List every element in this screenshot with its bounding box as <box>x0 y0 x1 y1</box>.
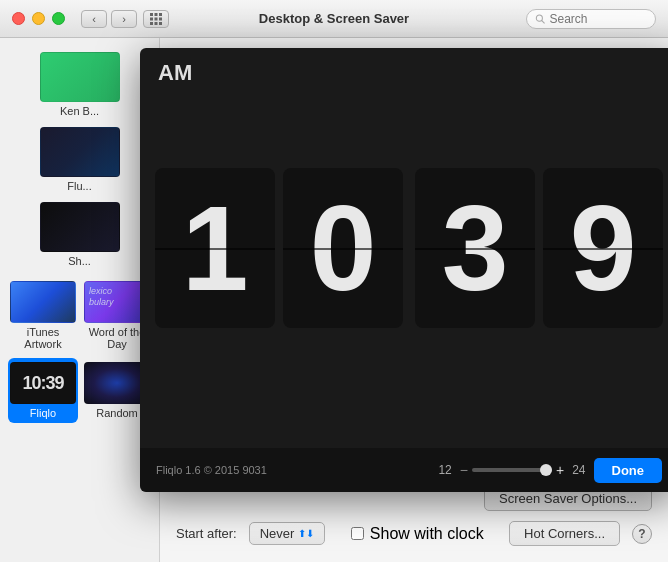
show-clock-checkbox[interactable] <box>351 527 364 540</box>
svg-rect-6 <box>150 22 153 25</box>
clock-display: AM 1 0 3 <box>140 48 668 448</box>
svg-rect-3 <box>150 17 153 20</box>
show-clock-row: Show with clock <box>337 525 497 543</box>
fliqlo-controls: 12 − + 24 Done <box>438 458 662 483</box>
search-icon <box>535 13 545 25</box>
svg-rect-2 <box>159 13 162 16</box>
fliqlo-label: Fliqlo <box>30 407 56 419</box>
traffic-lights <box>12 12 65 25</box>
svg-rect-4 <box>155 17 158 20</box>
select-arrow-icon: ⬆︎⬇︎ <box>298 528 314 539</box>
size-slider-thumb <box>540 464 552 476</box>
am-pm-label: AM <box>158 60 192 86</box>
done-button[interactable]: Done <box>594 458 663 483</box>
window-title: Desktop & Screen Saver <box>259 11 409 26</box>
fliqlo-overlay: AM 1 0 3 <box>80 38 668 492</box>
close-button[interactable] <box>12 12 25 25</box>
hour-tens-digit: 1 <box>182 188 249 308</box>
search-input[interactable] <box>549 12 647 26</box>
never-value: Never <box>260 526 295 541</box>
minute-tens: 3 <box>415 168 535 328</box>
svg-rect-5 <box>159 17 162 20</box>
minutes-group: 3 9 <box>415 168 663 328</box>
itunes-thumb <box>10 281 76 323</box>
size-slider-wrap: − + <box>460 462 564 478</box>
hour-ones-digit: 0 <box>310 188 377 308</box>
svg-rect-1 <box>155 13 158 16</box>
forward-button[interactable]: › <box>111 10 137 28</box>
minute-ones-digit: 9 <box>570 188 637 308</box>
svg-line-10 <box>542 20 545 23</box>
start-after-label: Start after: <box>176 526 237 541</box>
size-min: 12 <box>438 463 451 477</box>
nav-buttons: ‹ › <box>81 10 137 28</box>
hour-tens: 1 <box>155 168 275 328</box>
size-max: 24 <box>572 463 585 477</box>
size-slider[interactable] <box>472 468 552 472</box>
search-bar[interactable] <box>526 9 656 29</box>
zoom-button[interactable] <box>52 12 65 25</box>
svg-rect-7 <box>155 22 158 25</box>
fliqlo-window: AM 1 0 3 <box>140 48 668 492</box>
fliqlo-thumb: 10:39 <box>10 362 76 404</box>
footer-row: Start after: Never ⬆︎⬇︎ Show with clock … <box>176 521 652 546</box>
back-button[interactable]: ‹ <box>81 10 107 28</box>
svg-rect-8 <box>159 22 162 25</box>
fliqlo-copyright: Fliqlo 1.6 © 2015 9031 <box>156 464 267 476</box>
minimize-button[interactable] <box>32 12 45 25</box>
help-button[interactable]: ? <box>632 524 652 544</box>
sidebar-item-fliqlo[interactable]: 10:39 Fliqlo <box>8 358 78 423</box>
grid-button[interactable] <box>143 10 169 28</box>
titlebar: ‹ › Desktop & Screen Saver <box>0 0 668 38</box>
svg-point-9 <box>536 15 542 21</box>
hot-corners-button[interactable]: Hot Corners... <box>509 521 620 546</box>
preview-area: AM 1 0 3 <box>176 54 652 474</box>
sidebar-item-itunes[interactable]: iTunes Artwork <box>8 277 78 354</box>
start-after-select[interactable]: Never ⬆︎⬇︎ <box>249 522 326 545</box>
minute-tens-digit: 3 <box>442 188 509 308</box>
hours-group: 1 0 <box>155 168 403 328</box>
svg-rect-0 <box>150 13 153 16</box>
right-panel: APPNEE.COM AM 1 0 <box>160 38 668 562</box>
main-content: Ken B... Flu... Sh... iTunes Artwork lex… <box>0 38 668 562</box>
show-clock-label: Show with clock <box>370 525 484 543</box>
size-minus[interactable]: − <box>460 462 468 478</box>
itunes-label: iTunes Artwork <box>10 326 76 350</box>
fliqlo-bottom: Fliqlo 1.6 © 2015 9031 12 − + 24 <box>140 448 668 492</box>
hour-ones: 0 <box>283 168 403 328</box>
minute-ones: 9 <box>543 168 663 328</box>
bottom-controls: Screen Saver Options... Start after: Nev… <box>176 486 652 546</box>
size-plus[interactable]: + <box>556 462 564 478</box>
